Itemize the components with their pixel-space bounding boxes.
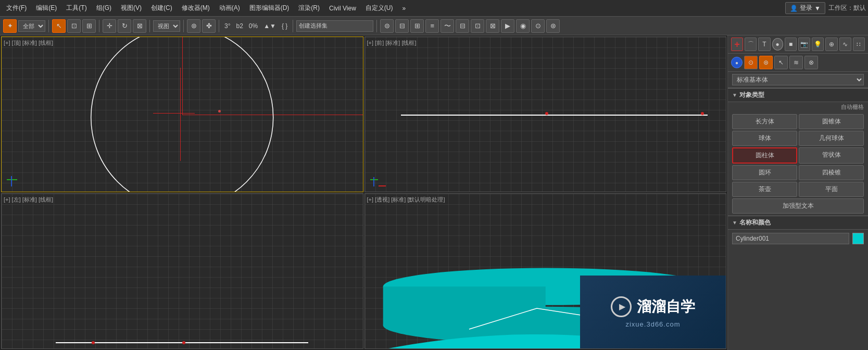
- rp-section-obj-type[interactable]: ▼ 对象类型: [728, 88, 868, 102]
- tb-render-setup-btn[interactable]: ⊠: [486, 19, 499, 33]
- tb-curves-btn[interactable]: 〜: [441, 19, 454, 33]
- rp-link-btn[interactable]: ⊗: [804, 56, 818, 69]
- red-h-line: [153, 113, 195, 114]
- view-select[interactable]: 视图: [153, 20, 180, 32]
- rp-wave-btn[interactable]: ≋: [789, 56, 803, 69]
- auto-grid-label: 自动栅格: [728, 102, 868, 112]
- object-name-input[interactable]: [732, 233, 849, 244]
- menu-view[interactable]: 视图(V): [117, 2, 146, 15]
- menu-file[interactable]: 文件(F): [2, 2, 31, 15]
- obj-tube-btn[interactable]: 管状体: [799, 147, 864, 164]
- viewport-front[interactable]: [+] [前] [标准] [线框]: [364, 36, 727, 192]
- rp-icon-row-1: + ⌒ T ● ■ 📷 💡 ⊕ ∿ ∷: [728, 35, 868, 54]
- rp-orange-btn[interactable]: ⊙: [744, 56, 758, 69]
- separator-4: [183, 20, 184, 32]
- menu-civil-view[interactable]: Civil View: [325, 3, 360, 14]
- tb-layer-btn[interactable]: ≡: [425, 19, 439, 33]
- separator-7: [376, 20, 377, 32]
- viewport-top[interactable]: [+] [顶] [标准] [线框]: [1, 36, 363, 192]
- rp-camera-btn[interactable]: 📷: [798, 38, 810, 51]
- section-arrow-name: ▼: [732, 220, 737, 226]
- rp-circle-btn[interactable]: ●: [772, 38, 783, 51]
- menu-create[interactable]: 创建(C): [147, 2, 177, 15]
- menu-tools[interactable]: 工具(T): [62, 2, 91, 15]
- menu-graph-editor[interactable]: 图形编辑器(D): [245, 2, 294, 15]
- viewport-left[interactable]: [+] [左] [标准] [线框]: [1, 193, 363, 349]
- section-arrow-obj: ▼: [732, 92, 737, 98]
- color-swatch[interactable]: [852, 233, 864, 244]
- tb-select-all-btn[interactable]: ✦: [3, 19, 17, 33]
- viewport-persp[interactable]: 溜溜自学 zixue.3d66.com [+] [透视] [标准] [默认明暗处…: [364, 193, 727, 349]
- tb-scale-btn[interactable]: ⊠: [133, 19, 146, 33]
- obj-torus-btn[interactable]: 圆环: [732, 165, 797, 180]
- front-axis-r: [379, 185, 386, 186]
- rp-cursor-btn[interactable]: ↖: [774, 56, 788, 69]
- rp-curve-btn[interactable]: ⌒: [745, 38, 757, 51]
- section-title-obj: 对象类型: [739, 91, 764, 99]
- obj-box-btn[interactable]: 长方体: [732, 114, 797, 129]
- scope-select[interactable]: 全部: [18, 20, 45, 32]
- menu-render[interactable]: 渲染(R): [294, 2, 324, 15]
- menu-right-group: 👤 登录 ▼ 工作区：默认: [785, 2, 866, 14]
- rp-space-btn[interactable]: ∿: [839, 38, 851, 51]
- play-icon: [611, 296, 632, 317]
- rp-particle-btn[interactable]: ∷: [853, 38, 865, 51]
- tb-rotate-btn[interactable]: ↻: [118, 19, 131, 33]
- obj-pyramid-btn[interactable]: 四棱锥: [799, 165, 864, 180]
- watermark-logo: 溜溜自学: [611, 296, 695, 317]
- section-title-name: 名称和颜色: [739, 218, 771, 227]
- scale-icon: ⊠: [137, 22, 143, 30]
- menu-more[interactable]: »: [398, 3, 410, 14]
- object-type-grid: 长方体 圆锥体 球体 几何球体 圆柱体 管状体 圆环 四棱锥 茶壶 平面 加强型…: [728, 112, 868, 216]
- rp-plus-btn[interactable]: +: [731, 38, 743, 51]
- rp-active-btn[interactable]: ⊛: [759, 56, 773, 69]
- rp-square-btn[interactable]: ■: [785, 38, 797, 51]
- obj-text-btn[interactable]: 加强型文本: [732, 198, 864, 214]
- red-v-line: [180, 68, 181, 160]
- menu-customize[interactable]: 自定义(U): [361, 2, 397, 15]
- tb-extra1-btn[interactable]: ⊙: [531, 19, 545, 33]
- user-icon: 👤: [790, 5, 798, 12]
- menu-animation[interactable]: 动画(A): [215, 2, 244, 15]
- tb-named-sel-btn[interactable]: ⊜: [380, 19, 394, 33]
- tb-lasso-btn[interactable]: ⊞: [82, 19, 96, 33]
- tb-snap-toggle-btn[interactable]: ⊛: [187, 19, 200, 33]
- tb-move-btn[interactable]: ✛: [103, 19, 116, 33]
- obj-sphere-btn[interactable]: 球体: [732, 131, 797, 146]
- region-select-icon: ⊡: [71, 22, 77, 30]
- tb-align-btn[interactable]: ⊞: [410, 19, 424, 33]
- obj-cone-btn[interactable]: 圆锥体: [799, 114, 864, 129]
- create-selection-input[interactable]: [296, 20, 373, 32]
- angle2-text: b2: [234, 22, 245, 30]
- front-axis-b: [373, 177, 374, 186]
- obj-teapot-btn[interactable]: 茶壶: [732, 182, 797, 197]
- obj-geosphere-btn[interactable]: 几何球体: [799, 131, 864, 146]
- tb-render-btn[interactable]: ▶: [501, 19, 514, 33]
- menu-group[interactable]: 组(G): [92, 2, 116, 15]
- obj-cylinder-btn[interactable]: 圆柱体: [732, 147, 797, 164]
- rp-light-btn[interactable]: 💡: [812, 38, 824, 51]
- left-dot-c: [182, 341, 185, 344]
- tb-snap2-btn[interactable]: ✤: [202, 19, 216, 33]
- tb-select-btn[interactable]: ↖: [52, 19, 66, 33]
- circle-top-view: [2, 37, 363, 192]
- tb-material-btn[interactable]: ◉: [516, 19, 530, 33]
- tb-graph-btn[interactable]: ⊟: [456, 19, 469, 33]
- rp-helper-btn[interactable]: ⊕: [825, 38, 837, 51]
- front-white-line: [401, 115, 708, 116]
- tb-mirror-btn[interactable]: ⊟: [395, 19, 409, 33]
- tb-select-region-btn[interactable]: ⊡: [67, 19, 81, 33]
- menu-edit[interactable]: 编辑(E): [32, 2, 61, 15]
- lasso-icon: ⊞: [86, 22, 92, 30]
- separator-6: [293, 20, 293, 32]
- rp-text-btn[interactable]: T: [758, 38, 770, 51]
- login-button[interactable]: 👤 登录 ▼: [785, 2, 825, 14]
- obj-plane-btn[interactable]: 平面: [799, 182, 864, 197]
- type-dropdown[interactable]: 标准基本体: [732, 74, 864, 85]
- separator-3: [149, 20, 150, 32]
- rp-blue-circle-btn[interactable]: ●: [731, 57, 743, 68]
- tb-extra2-btn[interactable]: ⊛: [546, 19, 560, 33]
- rp-section-name-color[interactable]: ▼ 名称和颜色: [728, 216, 868, 230]
- menu-modifier[interactable]: 修改器(M): [178, 2, 214, 15]
- tb-scene-btn[interactable]: ⊡: [471, 19, 484, 33]
